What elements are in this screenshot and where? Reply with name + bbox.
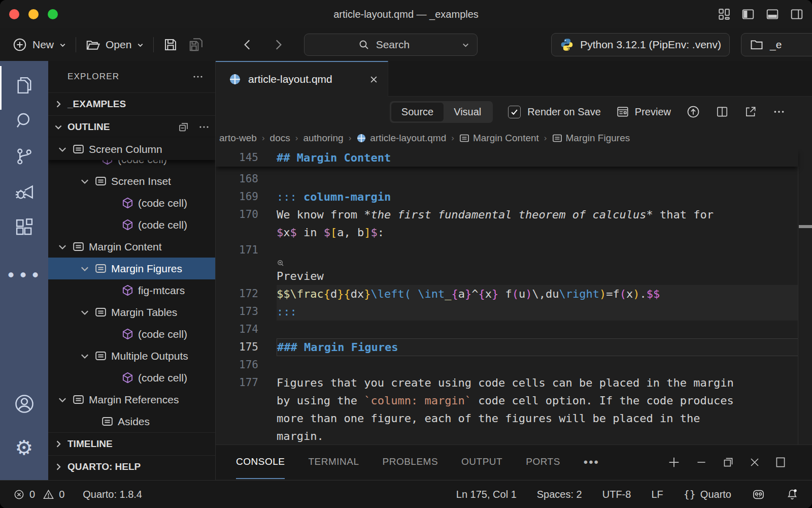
panel-tab-problems[interactable]: PROBLEMS [383,446,438,479]
customize-layout-icon[interactable] [718,8,731,21]
code-line-172[interactable]: 172$$\frac{d}{dx}\left( \int_{a}^{x} f(u… [216,285,798,303]
close-tab-icon[interactable] [369,75,379,84]
notifications-button[interactable] [786,488,799,501]
section-examples[interactable]: _EXAMPLES [48,92,215,115]
explorer-more-icon[interactable] [192,71,204,83]
outline-item-margin-references[interactable]: Margin References [48,389,215,410]
outline-item--code-cell-[interactable]: (code cell) [48,192,215,214]
panel-more-icon[interactable]: ••• [584,455,599,469]
cursor-position-status[interactable]: Ln 175, Col 1 [456,489,517,500]
panel-tab-console[interactable]: CONSOLE [236,446,285,479]
save-all-button[interactable] [183,34,209,55]
chevron-down-icon[interactable] [57,394,68,405]
chevron-down-icon[interactable] [57,144,68,155]
render-document-icon[interactable] [686,105,700,119]
checkbox-checked-icon[interactable] [508,106,521,118]
account-icon[interactable] [13,393,36,415]
zoom-window-button[interactable] [48,9,58,19]
chevron-down-icon[interactable] [57,241,68,252]
codelens-row[interactable]: Preview [216,259,798,285]
outline-item-screen-inset[interactable]: Screen Inset [48,170,215,192]
tab-article-layout[interactable]: article-layout.qmd [216,61,388,97]
section-timeline[interactable]: TIMELINE [48,432,215,455]
panel-restore-icon[interactable] [722,456,735,469]
toggle-bottom-panel-icon[interactable] [765,8,780,21]
indentation-status[interactable]: Spaces: 2 [537,489,582,500]
breadcrumb-item-margin-figures[interactable]: Margin Figures [552,133,630,144]
panel-tab-ports[interactable]: PORTS [526,446,560,479]
open-in-new-window-icon[interactable] [744,105,757,118]
breadcrumb-item-arto-web[interactable]: arto-web [219,133,257,144]
code-line-168[interactable]: 168 [216,170,798,188]
preview-lens-label[interactable]: Preview [277,270,324,282]
quarto-version-status[interactable]: Quarto: 1.8.4 [83,489,142,500]
code-line-145[interactable]: 145## Margin Content [216,149,798,167]
toggle-left-panel-icon[interactable] [741,8,755,21]
editor-more-actions-icon[interactable] [772,105,786,118]
interpreter-selector[interactable]: Python 3.12.1 (PipEnv: .venv) [551,33,730,56]
outline-item-margin-tables[interactable]: Margin Tables [48,301,215,323]
navigate-back-button[interactable] [236,35,259,54]
code-line-177[interactable]: 177Figures that you create using code ce… [216,374,798,444]
outline-item-margin-content[interactable]: Margin Content [48,236,215,258]
outline-more-icon[interactable] [198,121,210,133]
language-mode-status[interactable]: {} Quarto [684,488,731,500]
code-line-176[interactable]: 176 [216,356,798,374]
encoding-status[interactable]: UTF-8 [602,489,631,500]
panel-plus-icon[interactable] [667,455,681,469]
close-window-button[interactable] [9,9,19,19]
code-line-175[interactable]: 175### Margin Figures [216,338,798,356]
collapse-all-icon[interactable] [178,121,190,133]
section-outline[interactable]: OUTLINE [48,115,215,138]
code-line-169[interactable]: 169::: column-margin [216,188,798,206]
assistant-button[interactable] [752,488,765,501]
outline-item-screen-column[interactable]: Screen Column [48,138,215,160]
source-mode-button[interactable]: Source [391,103,444,121]
toggle-right-panel-icon[interactable] [790,8,804,21]
split-editor-icon[interactable] [716,105,729,118]
outline-item-fig-mtcars[interactable]: fig-mtcars [48,279,215,301]
chevron-down-icon[interactable] [461,41,470,49]
run-debug-icon[interactable] [14,181,35,203]
code-line-173[interactable]: 173::: [216,303,798,321]
panel-tab-terminal[interactable]: TERMINAL [308,446,359,479]
open-button[interactable]: Open [80,34,149,55]
chevron-down-icon[interactable] [79,307,90,318]
breadcrumb-item-docs[interactable]: docs [270,133,290,144]
new-button[interactable]: New [7,34,72,55]
outline-item--code-cell-[interactable]: (code cell) [48,323,215,345]
outline-item-multiple-outputs[interactable]: Multiple Outputs [48,345,215,367]
breadcrumb-item-article-layout-qmd[interactable]: article-layout.qmd [356,133,446,144]
outline-item-margin-figures[interactable]: Margin Figures [48,258,215,279]
outline-item-asides[interactable]: Asides [48,410,215,432]
overview-ruler[interactable] [798,149,812,444]
explorer-icon[interactable] [14,74,35,97]
breadcrumb-item-authoring[interactable]: authoring [303,133,343,144]
outline-item--code-cell-[interactable]: (code cell) [48,214,215,236]
render-on-save-control[interactable]: Render on Save [508,106,601,118]
code-line-174[interactable]: 174 [216,321,798,338]
workspace-folder-button[interactable]: _e [741,33,812,56]
extensions-icon[interactable] [14,216,35,239]
minimize-window-button[interactable] [28,9,39,19]
code-line-171[interactable]: 171 [216,241,798,259]
breadcrumb-item-margin-content[interactable]: Margin Content [459,133,539,144]
panel-close-icon[interactable] [749,456,761,468]
search-input[interactable]: Search [304,34,478,56]
chevron-down-icon[interactable] [79,351,90,362]
eol-status[interactable]: LF [651,489,663,500]
source-control-icon[interactable] [14,145,35,168]
settings-gear-icon[interactable]: ⚙ [15,436,33,459]
chevron-down-icon[interactable] [79,176,90,187]
code-editor[interactable]: 145## Margin Content168169::: column-mar… [216,149,812,444]
outline-item--code-cell-[interactable]: (code cell) [48,367,215,389]
code-line-170[interactable]: 170We know from *the first fundamental t… [216,206,798,241]
save-button[interactable] [158,34,183,55]
more-views-icon[interactable]: ••• [6,265,42,285]
search-view-icon[interactable] [14,110,35,132]
problems-status[interactable]: 0 0 [13,489,64,500]
chevron-down-icon[interactable] [79,263,90,274]
panel-maximize-icon[interactable] [774,456,787,469]
section-quarto-help[interactable]: QUARTO: HELP [48,455,215,478]
visual-mode-button[interactable]: Visual [444,103,491,121]
